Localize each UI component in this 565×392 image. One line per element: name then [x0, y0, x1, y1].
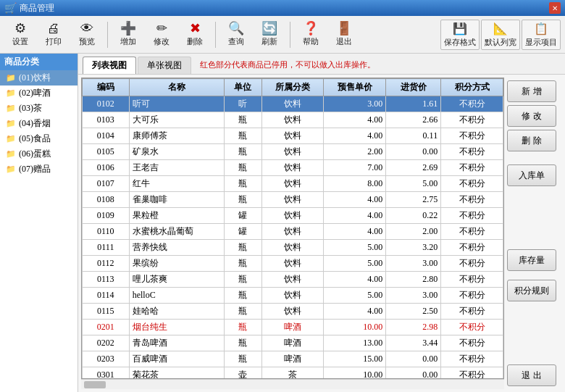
table-row[interactable]: 0203百威啤酒瓶啤酒15.000.00不积分 [83, 351, 503, 367]
query-button[interactable]: 🔍 查询 [220, 20, 252, 50]
show-items-button[interactable]: 📋 显示项目 [522, 20, 561, 50]
close-button[interactable]: ✕ [549, 2, 561, 14]
table-cell: 饮料 [261, 112, 324, 128]
table-cell: 饮料 [261, 272, 324, 288]
table-cell: 0111 [83, 240, 130, 256]
table-cell: 3.00 [324, 96, 386, 112]
table-row[interactable]: 0115娃哈哈瓶饮料4.002.50不积分 [83, 304, 503, 320]
settings-label: 设置 [12, 36, 28, 47]
table-cell: 10.00 [324, 367, 386, 380]
sidebar-item-cat07[interactable]: 📁 (07)赠品 [0, 162, 78, 177]
table-row[interactable]: 0112果缤纷瓶饮料5.003.00不积分 [83, 256, 503, 272]
exit-label: 退 出 [522, 370, 541, 382]
preview-button[interactable]: 👁 预览 [71, 20, 103, 50]
table-cell: 0.00 [386, 144, 441, 160]
sidebar-item-cat01[interactable]: 📁 (01)饮料 [0, 70, 78, 86]
main-content: 商品分类 📁 (01)饮料 📁 (02)啤酒 📁 (03)茶 📁 (04)香烟 … [0, 54, 565, 392]
separator-3 [290, 22, 290, 48]
stock-button[interactable]: 库存量 [507, 249, 556, 271]
inbound-button[interactable]: 入库单 [507, 164, 556, 186]
delete-button[interactable]: ✖ 删除 [179, 20, 211, 50]
exit-button[interactable]: 退 出 [507, 364, 556, 386]
table-row[interactable]: 0108雀巢咖啡瓶饮料4.002.75不积分 [83, 192, 503, 208]
table-cell: 饮料 [261, 160, 324, 176]
table-row[interactable]: 0109果粒橙罐饮料4.000.22不积分 [83, 208, 503, 224]
modify-button[interactable]: 修 改 [507, 105, 556, 127]
table-row[interactable]: 0104康师傅茶瓶饮料4.000.11不积分 [83, 128, 503, 144]
table-cell: 不积分 [441, 128, 503, 144]
table-row[interactable]: 0105矿泉水瓶饮料2.000.00不积分 [83, 144, 503, 160]
add-button[interactable]: ➕ 增加 [112, 20, 144, 50]
table-row[interactable]: 0103大可乐瓶饮料4.002.66不积分 [83, 112, 503, 128]
table-row[interactable]: 0102听可听饮料3.001.61不积分 [83, 96, 503, 112]
table-cell: 啤酒 [261, 320, 324, 335]
table-cell: 0107 [83, 176, 130, 192]
table-cell: 不积分 [441, 144, 503, 160]
header-presale: 预售单价 [324, 79, 386, 96]
table-row[interactable]: 0301菊花茶壶茶10.000.00不积分 [83, 367, 503, 380]
table-row[interactable]: 0201烟台纯生瓶啤酒10.002.98不积分 [83, 320, 503, 335]
settings-button[interactable]: ⚙ 设置 [4, 20, 36, 50]
folder-icon-cat01: 📁 [6, 73, 16, 83]
table-row[interactable]: 0202青岛啤酒瓶啤酒13.003.44不积分 [83, 335, 503, 351]
points-rule-label: 积分规则 [514, 285, 549, 297]
table-row[interactable]: 0114helloC瓶饮料5.003.00不积分 [83, 288, 503, 304]
table-cell: 0105 [83, 144, 130, 160]
toolbar-group-left: ⚙ 设置 🖨 打印 👁 预览 ➕ 增加 ✏ 修改 ✖ 删除 [4, 20, 360, 50]
table-cell: 0.00 [386, 351, 441, 367]
sidebar-item-cat03[interactable]: 📁 (03)茶 [0, 101, 78, 116]
refresh-button[interactable]: 🔄 刷新 [254, 20, 285, 50]
help-icon: ❓ [303, 22, 319, 35]
table-cell: 不积分 [441, 367, 503, 380]
show-items-label: 显示项目 [525, 37, 557, 48]
table-cell: 13.00 [324, 335, 386, 351]
table-cell: 罐 [224, 224, 261, 240]
sidebar-item-cat04[interactable]: 📁 (04)香烟 [0, 116, 78, 131]
data-table-wrapper[interactable]: 编码 名称 单位 所属分类 预售单价 进货价 积分方式 010 [81, 78, 504, 379]
table-cell: 瓶 [224, 288, 261, 304]
print-button[interactable]: 🖨 打印 [38, 20, 70, 50]
remove-button[interactable]: 删 除 [507, 130, 556, 151]
toolbar-exit-button[interactable]: 🚪 退出 [328, 20, 360, 50]
table-cell: 4.00 [324, 208, 386, 224]
table-cell: 王老吉 [129, 160, 224, 176]
table-row[interactable]: 0110水蜜桃水晶葡萄罐饮料4.002.00不积分 [83, 224, 503, 240]
edit-button[interactable]: ✏ 修改 [146, 20, 177, 50]
tab-single-label: 单张视图 [147, 60, 182, 70]
table-cell: 不积分 [441, 335, 503, 351]
table-row[interactable]: 0111营养快线瓶饮料5.003.20不积分 [83, 240, 503, 256]
table-cell: 瓶 [224, 240, 261, 256]
tab-list-view[interactable]: 列表视图 [83, 57, 136, 74]
horizontal-scrollbar[interactable] [81, 379, 504, 389]
help-button[interactable]: ❓ 帮助 [295, 20, 327, 50]
table-cell: 饮料 [261, 144, 324, 160]
table-cell: 啤酒 [261, 335, 324, 351]
add-icon: ➕ [120, 22, 136, 35]
toolbar-exit-label: 退出 [336, 36, 352, 47]
toolbar: ⚙ 设置 🖨 打印 👁 预览 ➕ 增加 ✏ 修改 ✖ 删除 [0, 16, 565, 54]
preview-label: 预览 [79, 36, 95, 47]
new-button[interactable]: 新 增 [507, 80, 556, 102]
sidebar-item-cat05[interactable]: 📁 (05)食品 [0, 131, 78, 146]
table-cell: 不积分 [441, 272, 503, 288]
table-row[interactable]: 0113哩儿茶爽瓶饮料4.002.80不积分 [83, 272, 503, 288]
folder-icon-cat03: 📁 [6, 104, 16, 113]
table-row[interactable]: 0106王老吉瓶饮料7.002.69不积分 [83, 160, 503, 176]
points-rule-button[interactable]: 积分规则 [507, 280, 556, 301]
print-icon: 🖨 [47, 22, 60, 35]
header-points: 积分方式 [441, 79, 503, 96]
sidebar-label-cat04: (04)香烟 [19, 117, 51, 130]
stock-label: 库存量 [519, 254, 545, 267]
default-width-label: 默认列宽 [485, 37, 516, 48]
table-cell: 0108 [83, 192, 130, 208]
table-cell: 瓶 [224, 272, 261, 288]
table-cell: 0104 [83, 128, 130, 144]
save-format-button[interactable]: 💾 保存格式 [440, 20, 480, 50]
sidebar-item-cat02[interactable]: 📁 (02)啤酒 [0, 86, 78, 101]
tab-single-view[interactable]: 单张视图 [138, 57, 191, 74]
sidebar-item-cat06[interactable]: 📁 (06)蛋糕 [0, 146, 78, 162]
table-row[interactable]: 0107红牛瓶饮料8.005.00不积分 [83, 176, 503, 192]
sidebar-label-cat02: (02)啤酒 [19, 87, 51, 99]
default-width-button[interactable]: 📐 默认列宽 [481, 20, 520, 50]
table-cell: 雀巢咖啡 [129, 192, 224, 208]
